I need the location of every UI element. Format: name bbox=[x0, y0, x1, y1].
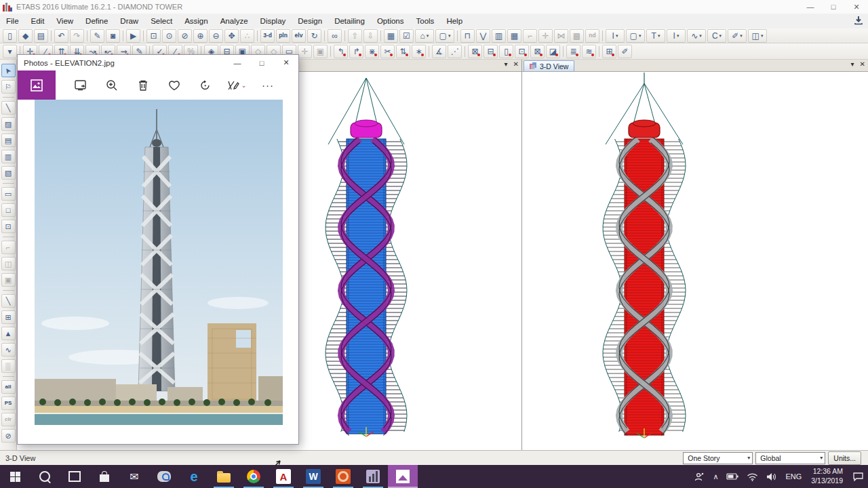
measure-angle-icon[interactable]: ∡ bbox=[432, 45, 446, 58]
stairs-icon[interactable]: ≣ bbox=[566, 45, 580, 58]
language-indicator[interactable]: ENG bbox=[781, 465, 806, 488]
units-button[interactable]: Units... bbox=[828, 451, 861, 465]
box-select-icon[interactable]: ▣ bbox=[313, 45, 328, 58]
trim-frame-icon[interactable]: ✂ bbox=[380, 45, 395, 58]
zoom-in-icon[interactable]: ⊕ bbox=[193, 29, 208, 43]
quick-draw-frame-icon[interactable]: ▤ bbox=[1, 134, 16, 147]
zoom-icon[interactable] bbox=[96, 70, 127, 100]
view-3d-icon[interactable]: 3-d bbox=[260, 29, 275, 43]
start-button[interactable] bbox=[0, 465, 30, 488]
download-icon[interactable] bbox=[853, 15, 864, 28]
edit-icon[interactable]: ⌄ bbox=[221, 70, 252, 100]
chrome-icon[interactable] bbox=[239, 465, 269, 488]
lock-model-icon[interactable]: ◙ bbox=[106, 29, 120, 43]
draw-tower-icon[interactable]: ▲ bbox=[1, 327, 16, 340]
coord-system-selector[interactable]: Global ▾ bbox=[755, 452, 825, 464]
move-down-list-icon[interactable]: ⇩ bbox=[363, 29, 378, 43]
action-center-icon[interactable] bbox=[848, 465, 868, 488]
select-all-icon[interactable]: all bbox=[1, 380, 16, 394]
etabs-taskbar-icon[interactable] bbox=[358, 465, 388, 488]
draw-grid-lines-icon[interactable]: ⊞ bbox=[1, 310, 16, 324]
draw-wall-area-icon[interactable]: □ bbox=[1, 203, 16, 217]
zoom-out-icon[interactable]: ⊖ bbox=[209, 29, 223, 43]
reshape-object-icon[interactable]: ⚐ bbox=[1, 80, 16, 94]
tab-3d-view[interactable]: 3-D View bbox=[524, 60, 574, 71]
section-tee-icon[interactable]: T bbox=[646, 29, 665, 43]
deselect-icon[interactable]: ⊘ bbox=[1, 429, 16, 443]
tower-photo[interactable] bbox=[35, 100, 283, 425]
photos-close-button[interactable]: ✕ bbox=[274, 55, 298, 70]
plan-view-icon[interactable]: pln bbox=[276, 29, 290, 43]
delete-icon[interactable] bbox=[127, 70, 159, 100]
object-grid-options-icon[interactable]: ▦ bbox=[384, 29, 398, 43]
photos-minimize-button[interactable]: — bbox=[225, 55, 250, 70]
draw-spring-icon[interactable]: ∿ bbox=[1, 343, 16, 357]
menu-edit[interactable]: Edit bbox=[25, 14, 51, 28]
menu-select[interactable]: Select bbox=[144, 14, 178, 28]
people-icon[interactable] bbox=[690, 465, 709, 488]
see-all-photos-button[interactable] bbox=[18, 70, 56, 100]
restore-full-view-icon[interactable]: ⊙ bbox=[162, 29, 176, 43]
viewport-left-dropdown-icon[interactable]: ▾ bbox=[505, 60, 508, 68]
battery-icon[interactable] bbox=[722, 465, 743, 488]
draw-frame-icon[interactable]: ▨ bbox=[1, 117, 16, 131]
frame-elevation-icon[interactable]: ⌐ bbox=[523, 29, 537, 43]
section-i-shape-icon[interactable]: I bbox=[606, 29, 625, 43]
section-ibeam-icon[interactable]: I bbox=[667, 29, 686, 43]
ramp-draw-icon[interactable]: ◪ bbox=[546, 45, 560, 58]
maximize-button[interactable]: □ bbox=[822, 1, 845, 13]
draw-dimension-icon[interactable]: ▒ bbox=[1, 359, 16, 373]
menu-help[interactable]: Help bbox=[440, 14, 469, 28]
clock[interactable]: 12:36 AM 3/13/2019 bbox=[806, 467, 848, 485]
run-analysis-icon[interactable]: ▶ bbox=[126, 29, 140, 43]
move-up-list-icon[interactable]: ⇧ bbox=[348, 29, 362, 43]
photos-taskbar-icon[interactable] bbox=[388, 465, 418, 488]
grid-edit-icon[interactable]: ▩ bbox=[570, 29, 584, 43]
moment-release-icon[interactable]: ⋈ bbox=[554, 29, 568, 43]
volume-icon[interactable] bbox=[762, 465, 781, 488]
undo-icon[interactable]: ↶ bbox=[54, 29, 68, 43]
menu-view[interactable]: View bbox=[50, 14, 79, 28]
nd-spectrum-icon[interactable]: nd bbox=[585, 29, 599, 43]
mail-icon[interactable]: ✉ bbox=[119, 465, 149, 488]
pan-icon[interactable]: ✥ bbox=[224, 29, 239, 43]
building-view-options-icon[interactable]: ⌂ bbox=[415, 29, 434, 43]
draw-pencil-icon[interactable]: ✎ bbox=[90, 29, 104, 43]
align-objects-icon[interactable]: ⇅ bbox=[396, 45, 410, 58]
window-opening-icon[interactable]: ⊡ bbox=[515, 45, 529, 58]
view-glasses-icon[interactable]: ∞ bbox=[328, 29, 342, 43]
select-pointer-icon[interactable]: ➤ bbox=[1, 64, 16, 77]
extrude-frame-icon[interactable]: ↱ bbox=[349, 45, 363, 58]
merge-joints-icon[interactable]: ∗ bbox=[412, 45, 426, 58]
more-options-button[interactable]: ··· bbox=[252, 70, 283, 100]
model-3d-red-tower[interactable] bbox=[522, 71, 868, 450]
eraser-icon[interactable]: ✐ bbox=[618, 45, 632, 58]
rotate-3d-view-icon[interactable]: ↻ bbox=[307, 29, 321, 43]
word-icon[interactable]: W bbox=[298, 465, 328, 488]
task-view-button[interactable] bbox=[60, 465, 90, 488]
joint-assign-icon[interactable]: ⋁ bbox=[476, 29, 490, 43]
menu-draw[interactable]: Draw bbox=[114, 14, 144, 28]
portal-frame-icon[interactable]: ⊓ bbox=[460, 29, 475, 43]
menu-tools[interactable]: Tools bbox=[410, 14, 441, 28]
draw-floor-area-icon[interactable]: ▭ bbox=[1, 187, 16, 201]
menu-assign[interactable]: Assign bbox=[178, 14, 214, 28]
slab-draw-icon[interactable]: ⊟ bbox=[484, 45, 498, 58]
viewport-right-dropdown-icon[interactable]: ▾ bbox=[851, 60, 854, 68]
favorite-icon[interactable] bbox=[159, 70, 190, 100]
draw-joint-icon[interactable]: ╲ bbox=[1, 101, 16, 115]
previous-zoom-icon[interactable]: ⊘ bbox=[178, 29, 192, 43]
save-icon[interactable]: ▤ bbox=[34, 29, 48, 43]
section-channel-icon[interactable]: C bbox=[707, 29, 726, 43]
search-button[interactable] bbox=[30, 465, 60, 488]
section-brace-icon[interactable]: ∿ bbox=[687, 29, 706, 43]
draw-link-icon[interactable]: ╲ bbox=[1, 294, 16, 308]
close-button[interactable]: ✕ bbox=[845, 1, 868, 13]
slideshow-icon[interactable] bbox=[65, 70, 96, 100]
photos-maximize-button[interactable]: □ bbox=[250, 55, 274, 70]
edge-icon[interactable]: e bbox=[179, 465, 209, 488]
area-opening-icon[interactable]: ⊠ bbox=[530, 45, 545, 58]
store-icon[interactable] bbox=[90, 465, 119, 488]
wall-panel-icon[interactable]: ▯ bbox=[499, 45, 513, 58]
rotate-icon[interactable] bbox=[190, 70, 221, 100]
